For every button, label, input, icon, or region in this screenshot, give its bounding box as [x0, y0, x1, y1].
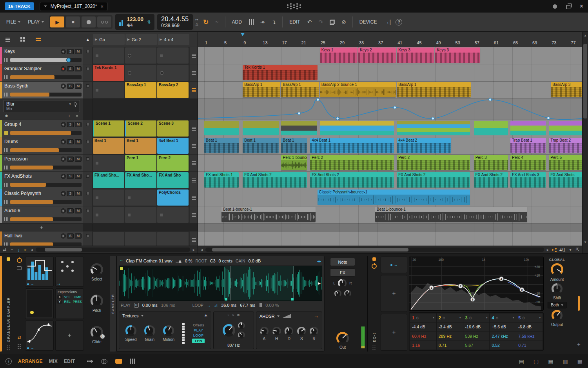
drag-handle-icon[interactable] — [6, 345, 11, 351]
arranger-clip-beat-1[interactable]: Beat 1 — [243, 138, 278, 153]
timeline-ruler[interactable]: 1591317212529333741454953576165697377 — [198, 32, 582, 47]
stretch-fader-icon[interactable] — [176, 259, 182, 262]
arranger-clip-fx-and-shots-2[interactable]: FX And Shots 2 — [243, 172, 307, 188]
clip-stop-button[interactable] — [86, 157, 89, 160]
mute-button[interactable]: M — [75, 157, 82, 162]
offset-loop-button[interactable]: LOOP — [193, 333, 204, 337]
arranger-clip-beat-1[interactable]: Beat 1 — [281, 138, 307, 153]
clip-slot[interactable] — [93, 155, 124, 171]
out-knob[interactable] — [336, 332, 349, 344]
record-arm-button[interactable] — [61, 84, 66, 89]
insert-device-icon[interactable]: →| — [382, 18, 393, 26]
clip-slot[interactable] — [93, 207, 124, 223]
offset-play-button[interactable]: PLAY — [194, 328, 203, 332]
modulator-xy-pad[interactable] — [25, 288, 54, 319]
view-tab-arrange[interactable]: ARRANGE — [18, 359, 43, 364]
expression-vel[interactable]: VEL — [63, 295, 72, 299]
clip-stop-button[interactable] — [86, 234, 89, 237]
automation-point[interactable] — [336, 117, 339, 120]
envelope-out-icon[interactable]: → — [314, 313, 319, 319]
tempo-value[interactable]: 123.00 — [127, 16, 143, 23]
scene-play-icon[interactable]: ▶ — [95, 38, 97, 41]
modulator-dice[interactable]: ⇢ — [55, 257, 84, 287]
clip-slot[interactable] — [125, 65, 156, 81]
lane-options-icon[interactable] — [192, 90, 196, 91]
sampler-tab[interactable]: SAMPLER — [110, 256, 116, 352]
mute-button[interactable]: M — [75, 233, 82, 239]
record-button[interactable] — [82, 16, 96, 27]
pitch-knob[interactable] — [91, 295, 103, 307]
decay-knob[interactable] — [285, 327, 293, 335]
clip-slot[interactable]: 4x4 Beat 1 — [157, 138, 189, 154]
group-clip-segment[interactable] — [281, 121, 317, 135]
edit-menu-button[interactable]: EDIT — [287, 18, 302, 26]
eq-band-3-q[interactable]: 5.67 — [463, 341, 490, 350]
onscreen-keyboard-icon[interactable]: ▩ — [577, 358, 583, 364]
group-clip-segment[interactable] — [243, 121, 278, 135]
record-arm-button[interactable] — [61, 49, 66, 54]
send-a-knob[interactable] — [334, 290, 341, 297]
scene-header-4-x-4[interactable]: ▶4 x 4 — [158, 34, 189, 45]
glide-latch-badge[interactable]: L — [100, 334, 105, 339]
metronome-icon[interactable]: △ — [196, 22, 198, 26]
expression-timb[interactable]: TIMB — [73, 295, 82, 299]
arranger-clip-fx-and-shots-2[interactable]: FX And Shots 2 — [397, 172, 470, 188]
device-power-icon[interactable] — [17, 258, 22, 263]
release-knob[interactable] — [310, 327, 318, 335]
clip-stop-button[interactable] — [86, 50, 89, 53]
arranger-clip-tek-kords-1[interactable]: Tek Kords 1 — [243, 65, 318, 80]
expressions-module[interactable]: Expressions X VEL TIMB Y REL PRES — [55, 288, 84, 319]
minimize-button[interactable] — [553, 4, 557, 9]
play-start-value[interactable]: 0.00 ms — [142, 303, 158, 308]
horizontal-scrollbar-thumb[interactable] — [45, 248, 82, 251]
arranger-clip-classic-polysynth-bounce-1[interactable]: Classic Polysynth-bounce-1 — [318, 189, 470, 205]
volume-slider[interactable] — [10, 75, 82, 79]
eq-band-4-q[interactable]: 0.52 — [490, 341, 516, 350]
arranger-clip-trap-beat-1[interactable]: Trap Beat 1 — [510, 138, 546, 153]
eq-spectrum-display[interactable]: 201001k10k +20+10-10-20 12345 — [409, 257, 544, 311]
add-modulator-slot[interactable]: + — [55, 321, 84, 351]
solo-button[interactable]: S — [67, 233, 74, 239]
play-length-value[interactable]: 106 ms — [161, 303, 175, 308]
fx-chain-button[interactable]: FX — [330, 268, 355, 277]
eq-band-2-selector[interactable]: 2◇▾ — [437, 313, 463, 322]
track-row-classic-polysynth[interactable]: Classic PolysynthSMPolyChords — [0, 189, 198, 206]
textures-header[interactable]: Textures ∗ — [119, 312, 211, 319]
tempo-display[interactable]: 123.00 4/4 ⇅ — [115, 14, 154, 30]
scroll-follow-icon[interactable]: ↓ — [16, 248, 22, 252]
expression-pres[interactable]: PRES — [73, 300, 82, 304]
add-track-button[interactable]: + — [0, 224, 83, 231]
arranger-clip-fx-and-shots-2[interactable]: FX And Shots 2 — [310, 172, 394, 188]
arranger-clip-bassarp-1[interactable]: BassArp 1 — [397, 82, 470, 97]
punch-in-icon[interactable]: ↦ — [196, 18, 199, 22]
eq-band-5-selector[interactable]: 5◇▾ — [516, 313, 543, 322]
slice-marker[interactable] — [239, 266, 239, 301]
snap-mode-icon[interactable] — [87, 359, 93, 364]
clip-slot[interactable]: Scene 3 — [157, 120, 189, 137]
automation-curve[interactable] — [198, 99, 582, 120]
group-clip-segment[interactable] — [204, 121, 239, 135]
automation-mode-icon[interactable]: ∗ — [5, 113, 8, 118]
loop-pingpong-icon[interactable]: ⇄ — [214, 303, 218, 308]
caret-down-icon[interactable]: ▾ — [539, 316, 541, 319]
arranger-clip-fx-and-shots-3[interactable]: FX And Shots 3 — [510, 172, 546, 188]
drag-handle-icon[interactable] — [372, 345, 376, 351]
lane-options-icon[interactable] — [192, 146, 196, 146]
arranger-clip-beat-1[interactable]: Beat 1 — [204, 138, 239, 153]
dropdown-caret-icon[interactable]: ▾ — [69, 102, 71, 106]
sample-name[interactable]: Clap FM Gothen 01.wav — [126, 259, 172, 263]
track-row-bass-synth[interactable]: Bass-SynthSMBassArp 1BassArp 2 — [0, 82, 198, 99]
track-row-group-4[interactable]: Group 4SMScene 1Scene 2Scene 3 — [0, 120, 198, 137]
eq-band-shape-icon[interactable]: ◇ — [443, 316, 445, 320]
arranger-clip-fx-and-shots[interactable]: FX And Shots — [549, 172, 582, 188]
filter-comb-icon[interactable]: ≋ — [237, 313, 240, 317]
gain-value[interactable]: 0.0 dB — [248, 259, 261, 263]
arranger-clip-keys-3[interactable]: Keys 3 — [397, 47, 434, 63]
solo-button[interactable]: S — [67, 66, 74, 71]
clip-slot[interactable]: BassArp 1 — [125, 82, 156, 98]
clip-stop-button[interactable] — [86, 192, 89, 195]
remove-automation-lane-button[interactable]: × — [75, 113, 78, 118]
scroll-left-arrow[interactable]: ◄ — [29, 248, 34, 252]
sample-start-marker[interactable] — [120, 267, 123, 270]
list-view-icon[interactable]: ≡ — [9, 248, 15, 252]
